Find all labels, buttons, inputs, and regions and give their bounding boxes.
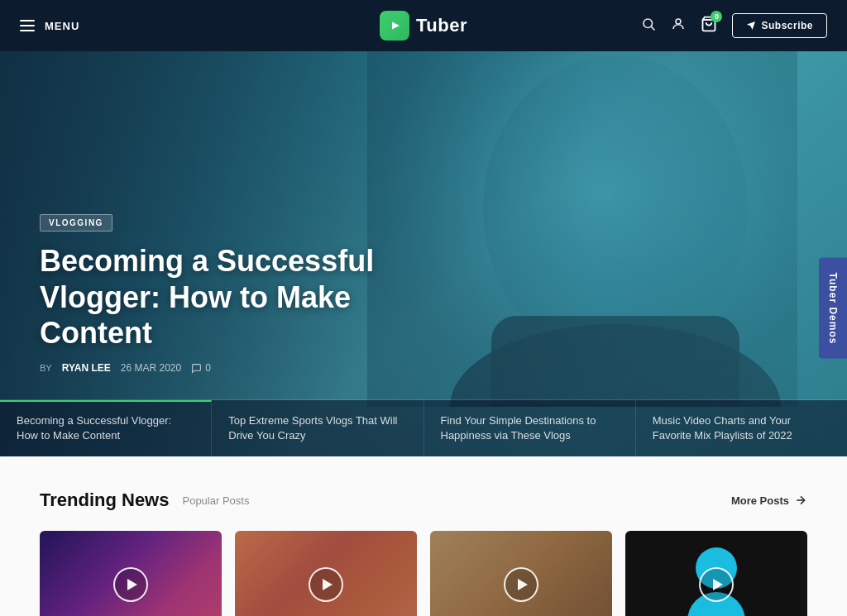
logo-icon — [380, 11, 409, 41]
trending-card-2[interactable] — [235, 531, 417, 616]
hero-title[interactable]: Becoming a Successful Vlogger: How to Ma… — [40, 243, 437, 351]
play-button-3[interactable] — [504, 567, 538, 602]
hero-comments: 0 — [191, 362, 211, 374]
svg-point-3 — [676, 19, 681, 24]
more-posts-link[interactable]: More Posts — [731, 494, 807, 507]
hero-author-prefix: BY — [40, 363, 52, 373]
hero-bottom-nav: Becoming a Successful Vlogger: How to Ma… — [0, 399, 847, 456]
card-overlay-3 — [430, 531, 612, 616]
logo-text: Tuber — [416, 15, 467, 36]
trending-section: Trending News Popular Posts More Posts — [0, 456, 847, 616]
svg-line-2 — [652, 26, 655, 30]
hero-date: 26 MAR 2020 — [121, 362, 181, 374]
hero-section: VLOGGING Becoming a Successful Vlogger: … — [0, 51, 847, 456]
svg-point-1 — [644, 19, 653, 28]
header: MENU Tuber 0 — [0, 0, 847, 51]
card-overlay-2 — [235, 531, 417, 616]
hero-nav-item-2[interactable]: Top Extreme Sports Vlogs That Will Drive… — [212, 400, 424, 456]
user-icon[interactable] — [671, 17, 686, 36]
search-icon[interactable] — [641, 17, 656, 36]
play-icon-4 — [713, 579, 723, 590]
trending-card-1[interactable] — [40, 531, 222, 616]
hero-nav-item-1[interactable]: Becoming a Successful Vlogger: How to Ma… — [0, 400, 212, 456]
subscribe-button[interactable]: Subscribe — [732, 13, 827, 38]
play-button-1[interactable] — [113, 567, 148, 602]
cart-badge: 0 — [711, 11, 722, 22]
comment-count: 0 — [205, 362, 211, 374]
hero-nav-item-3[interactable]: Find Your Simple Destinations to Happine… — [424, 400, 636, 456]
cart-button[interactable]: 0 — [701, 16, 717, 36]
header-actions: 0 Subscribe — [641, 13, 827, 38]
card-overlay-1 — [40, 531, 222, 616]
cards-grid — [40, 531, 807, 616]
play-icon-1 — [127, 579, 137, 590]
card-overlay-4 — [625, 531, 807, 616]
play-icon-2 — [323, 579, 333, 590]
trending-subtitle: Popular Posts — [182, 494, 249, 507]
play-button-4[interactable] — [699, 567, 734, 602]
hero-author: RYAN LEE — [62, 362, 111, 374]
logo[interactable]: Tuber — [380, 11, 467, 41]
hero-nav-item-4[interactable]: Music Video Charts and Your Favorite Mix… — [636, 400, 847, 456]
hero-category-tag[interactable]: VLOGGING — [40, 214, 112, 232]
subscribe-label: Subscribe — [761, 20, 813, 31]
hero-meta: BY RYAN LEE 26 MAR 2020 0 — [40, 362, 437, 374]
menu-button[interactable]: MENU — [20, 20, 79, 32]
side-tab[interactable]: Tuber Demos — [819, 257, 847, 359]
hero-content: VLOGGING Becoming a Successful Vlogger: … — [40, 214, 437, 374]
play-button-2[interactable] — [309, 567, 343, 602]
menu-label: MENU — [45, 20, 79, 32]
svg-marker-0 — [392, 22, 400, 30]
trending-card-3[interactable] — [430, 531, 612, 616]
hamburger-icon — [20, 20, 35, 31]
trending-card-4[interactable] — [625, 531, 807, 616]
trending-title: Trending News — [40, 489, 169, 511]
trending-header: Trending News Popular Posts More Posts — [40, 489, 807, 511]
play-icon-3 — [518, 579, 528, 590]
